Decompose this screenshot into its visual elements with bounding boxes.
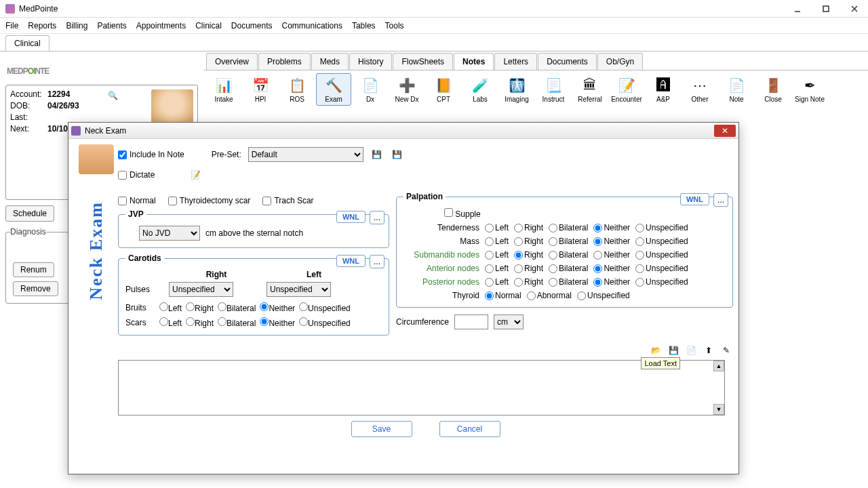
tab-overview[interactable]: Overview	[206, 53, 258, 70]
palp-0-bilateral[interactable]: Bilateral	[549, 223, 588, 232]
scars-unspecified[interactable]: Unspecified	[299, 317, 351, 328]
save-preset-icon[interactable]: 💾	[370, 148, 384, 161]
scars-bilateral[interactable]: Bilateral	[218, 317, 256, 328]
menu-file[interactable]: File	[5, 21, 18, 30]
jvp-select[interactable]: No JVD	[139, 226, 200, 241]
toolbar-note[interactable]: 📄Note	[719, 73, 754, 106]
palp-4-bilateral[interactable]: Bilateral	[549, 277, 588, 287]
supple-checkbox[interactable]: Supple	[444, 209, 481, 219]
menu-patients[interactable]: Patients	[97, 21, 126, 30]
palp-3-left[interactable]: Left	[485, 264, 509, 273]
dialog-close[interactable]: ✕	[714, 125, 736, 137]
thyroid-normal[interactable]: Normal	[485, 291, 521, 300]
palp-0-unspecified[interactable]: Unspecified	[635, 223, 688, 232]
search-icon[interactable]: 🔍	[108, 91, 118, 100]
cancel-button[interactable]: Cancel	[439, 421, 500, 437]
palp-0-left[interactable]: Left	[485, 223, 509, 232]
menu-appointments[interactable]: Appointments	[136, 21, 186, 30]
toolbar-cpt[interactable]: 📙CPT	[426, 73, 461, 106]
toolbar-labs[interactable]: 🧪Labs	[462, 73, 498, 106]
remove-button[interactable]: Remove	[13, 281, 58, 296]
save-button[interactable]: Save	[351, 421, 412, 437]
bruits-right[interactable]: Right	[186, 302, 214, 313]
tab-problems[interactable]: Problems	[258, 53, 311, 70]
scars-left[interactable]: Left	[159, 317, 182, 328]
palp-4-left[interactable]: Left	[485, 277, 509, 287]
menu-tools[interactable]: Tools	[385, 21, 404, 30]
bruits-unspecified[interactable]: Unspecified	[299, 302, 351, 313]
toolbar-close[interactable]: 🚪Close	[755, 73, 791, 106]
pulses-right-select[interactable]: Unspecified	[169, 282, 233, 297]
scars-right[interactable]: Right	[186, 317, 214, 328]
toolbar-ap[interactable]: 🅰A&P	[646, 73, 681, 106]
edit-icon[interactable]: ✎	[719, 344, 733, 357]
circumference-input[interactable]	[454, 314, 488, 329]
toolbar-referral[interactable]: 🏛Referral	[572, 73, 608, 106]
toolbar-ros[interactable]: 📋ROS	[279, 73, 315, 106]
carotids-dots-button[interactable]: ...	[370, 255, 384, 268]
palp-3-neither[interactable]: Neither	[593, 264, 630, 273]
window-minimize[interactable]	[789, 3, 806, 15]
tab-flowsheets[interactable]: FlowSheets	[393, 53, 453, 70]
scroll-up[interactable]: ▲	[713, 361, 724, 371]
window-close[interactable]	[846, 3, 863, 15]
palp-1-left[interactable]: Left	[485, 237, 509, 246]
toolbar-dx[interactable]: 📄Dx	[353, 73, 388, 106]
thyroidectomy-checkbox[interactable]: Thyroidectomy scar	[168, 196, 251, 205]
toolbar-encounter[interactable]: 📝Encounter	[609, 73, 644, 106]
thyroid-abnormal[interactable]: Abnormal	[527, 291, 572, 300]
toolbar-signnote[interactable]: ✒Sign Note	[792, 73, 827, 106]
tab-notes[interactable]: Notes	[454, 53, 494, 70]
palp-0-neither[interactable]: Neither	[593, 223, 630, 232]
toolbar-exam[interactable]: 🔨Exam	[316, 73, 351, 106]
tab-clinical[interactable]: Clinical	[5, 35, 50, 51]
load-text-icon[interactable]: 📂	[649, 344, 663, 357]
preset-select[interactable]: Default	[248, 147, 363, 162]
menu-reports[interactable]: Reports	[28, 21, 56, 30]
toolbar-newdx[interactable]: ➕New Dx	[389, 73, 425, 106]
carotids-wnl-button[interactable]: WNL	[336, 255, 366, 267]
palp-1-neither[interactable]: Neither	[593, 237, 630, 246]
bruits-bilateral[interactable]: Bilateral	[218, 302, 256, 313]
palpation-wnl-button[interactable]: WNL	[680, 193, 709, 205]
renum-button[interactable]: Renum	[13, 262, 54, 277]
scroll-down[interactable]: ▼	[713, 404, 724, 415]
menu-documents[interactable]: Documents	[231, 21, 273, 30]
toolbar-instruct[interactable]: 📃Instruct	[536, 73, 571, 106]
toolbar-hpi[interactable]: 📅HPI	[243, 73, 278, 106]
save-text-icon[interactable]: 💾	[667, 344, 680, 357]
tab-letters[interactable]: Letters	[494, 53, 537, 70]
save-preset-alt-icon[interactable]: 💾	[391, 148, 404, 161]
palp-2-right[interactable]: Right	[514, 250, 543, 260]
palp-1-right[interactable]: Right	[514, 237, 543, 246]
palp-2-neither[interactable]: Neither	[593, 250, 630, 260]
palp-3-bilateral[interactable]: Bilateral	[549, 264, 588, 273]
normal-checkbox[interactable]: Normal	[118, 196, 156, 205]
palp-1-bilateral[interactable]: Bilateral	[549, 237, 588, 246]
insert-icon[interactable]: ⬆	[702, 344, 715, 357]
jvp-dots-button[interactable]: ...	[370, 211, 384, 224]
palp-3-unspecified[interactable]: Unspecified	[635, 264, 688, 273]
palp-4-unspecified[interactable]: Unspecified	[635, 277, 688, 287]
circumference-unit[interactable]: cm	[494, 314, 524, 329]
menu-tables[interactable]: Tables	[352, 21, 376, 30]
dictate-checkbox[interactable]: Dictate	[118, 170, 155, 180]
palp-2-left[interactable]: Left	[485, 250, 509, 260]
toolbar-other[interactable]: ⋯Other	[682, 73, 717, 106]
toolbar-intake[interactable]: 📊Intake	[206, 73, 241, 106]
palp-2-bilateral[interactable]: Bilateral	[549, 250, 588, 260]
include-in-note[interactable]: Include In Note	[118, 150, 184, 159]
palp-2-unspecified[interactable]: Unspecified	[635, 250, 688, 260]
new-text-icon[interactable]: 📄	[684, 344, 698, 357]
pulses-left-select[interactable]: Unspecified	[267, 282, 331, 297]
notes-textarea[interactable]: ▲ ▼	[118, 360, 725, 415]
toolbar-imaging[interactable]: 🩻Imaging	[499, 73, 534, 106]
scars-neither[interactable]: Neither	[260, 317, 295, 328]
trach-checkbox[interactable]: Trach Scar	[262, 196, 313, 205]
tab-ob/gyn[interactable]: Ob/Gyn	[597, 53, 643, 70]
palp-0-right[interactable]: Right	[514, 223, 543, 232]
menu-communications[interactable]: Communications	[282, 21, 342, 30]
tab-meds[interactable]: Meds	[311, 53, 349, 70]
palp-4-right[interactable]: Right	[514, 277, 543, 287]
palpation-dots-button[interactable]: ...	[713, 193, 728, 207]
